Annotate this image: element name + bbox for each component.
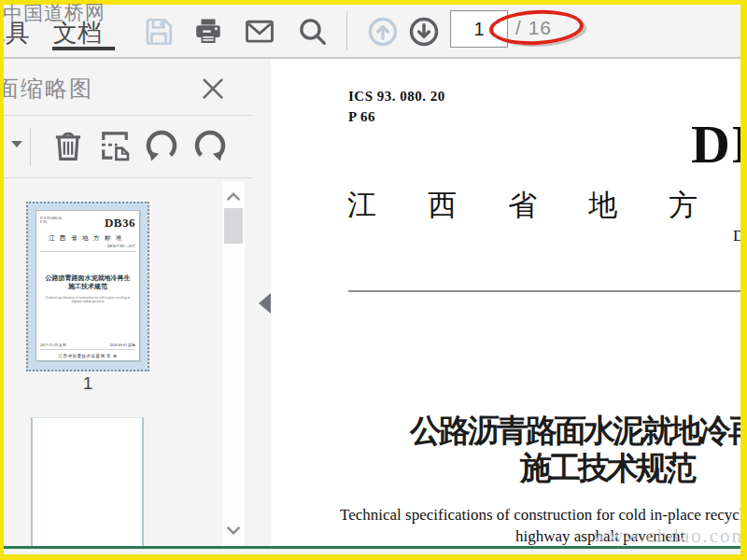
close-icon <box>198 74 228 104</box>
thumbnail-options-caret[interactable] <box>11 141 22 147</box>
print-icon <box>191 15 225 49</box>
mini-rule <box>40 252 135 253</box>
thumbnail-page-1[interactable]: ICS 93.080.20P 66 DB36 江西省地方标准 DB36/T 98… <box>26 202 149 371</box>
rotate-ccw-icon <box>142 126 181 165</box>
search-icon <box>296 15 330 49</box>
thumbnail-scrollbar[interactable] <box>222 182 245 547</box>
scrollbar-thumb[interactable] <box>224 208 243 244</box>
bottom-green-line <box>4 546 740 549</box>
extract-page-button[interactable] <box>93 124 136 167</box>
mini-standard-row: 江西省地方标准 <box>40 233 135 242</box>
search-button[interactable] <box>294 12 331 51</box>
pdf-viewer-window: 工具 文档 <box>0 0 747 560</box>
mini-publisher: 江西省质量技术监督局 发 布 <box>40 353 135 359</box>
chevron-up-icon <box>225 190 242 202</box>
rotate-cw-icon <box>190 126 230 165</box>
thumbnail-panel: 页面缩略图 <box>4 59 271 547</box>
doc-title-line-2: 施工技术规范 <box>520 447 694 490</box>
doc-db36-logo: DB36 <box>691 113 740 175</box>
panel-toolbar-divider <box>30 129 31 166</box>
chevron-down-icon <box>225 525 242 537</box>
mini-rule <box>40 350 135 351</box>
doc-p-code: P 66 <box>348 109 375 125</box>
site-watermark-bottom-right: www.chdao.com <box>593 525 740 547</box>
email-button[interactable] <box>241 12 278 51</box>
delete-page-button[interactable] <box>47 124 90 167</box>
toolbar: 工具 文档 <box>4 5 740 59</box>
mini-db36: DB36 <box>105 216 135 230</box>
doc-standard-number: DB36/T 987—2017 <box>733 227 740 245</box>
active-tab-underline <box>52 47 115 50</box>
next-page-button[interactable] <box>405 12 443 51</box>
mini-issue-date: 2017-12-29 发布 <box>40 343 66 348</box>
doc-rule <box>348 290 740 292</box>
previous-page-button[interactable] <box>364 12 402 51</box>
rotate-right-button[interactable] <box>189 124 232 167</box>
document-page-view: ICS 93. 080. 20 P 66 DB36 江西省地方标准 DB36/T… <box>271 59 740 547</box>
doc-standard-name-row: 江西省地方标准 <box>347 186 740 225</box>
mini-title-1: 公路沥青路面水泥就地冷再生 <box>40 273 135 282</box>
scroll-down-button[interactable] <box>222 521 245 541</box>
email-icon <box>242 14 277 49</box>
extract-page-icon <box>95 126 134 165</box>
panel-divider <box>4 177 252 178</box>
mini-p: P 66 <box>40 220 62 225</box>
rotate-left-button[interactable] <box>140 124 183 167</box>
panel-divider <box>4 115 252 116</box>
scroll-up-button[interactable] <box>222 186 245 206</box>
print-button[interactable] <box>190 12 227 51</box>
toolbar-divider <box>346 11 347 50</box>
arrow-down-circle-icon <box>407 15 441 49</box>
mini-implement-date: 2018-06-01 实施 <box>109 343 135 348</box>
doc-ics-code: ICS 93. 080. 20 <box>348 89 445 105</box>
trash-icon <box>49 126 88 165</box>
bottom-strip <box>4 549 740 555</box>
thumbnail-page-2[interactable] <box>31 417 144 547</box>
collapse-panel-handle[interactable] <box>259 293 271 314</box>
doc-english-title-line-1: Technical specifications of construction… <box>340 506 740 525</box>
mini-standard-number: DB36/T 987—2017 <box>40 244 135 248</box>
panel-title: 页面缩略图 <box>4 74 93 104</box>
panel-close-button[interactable] <box>194 70 232 107</box>
thumbnail-page-1-label: 1 <box>26 373 149 394</box>
mini-title-2: 施工技术规范 <box>40 282 135 290</box>
arrow-up-circle-icon <box>366 15 400 49</box>
site-watermark-top-left: 中国道桥网 <box>3 0 106 27</box>
thumbnail-page-1-preview: ICS 93.080.20P 66 DB36 江西省地方标准 DB36/T 98… <box>35 210 140 361</box>
save-button[interactable] <box>140 12 177 51</box>
mini-en-2: highway asphalt pavement <box>40 300 135 303</box>
save-icon <box>142 15 176 49</box>
